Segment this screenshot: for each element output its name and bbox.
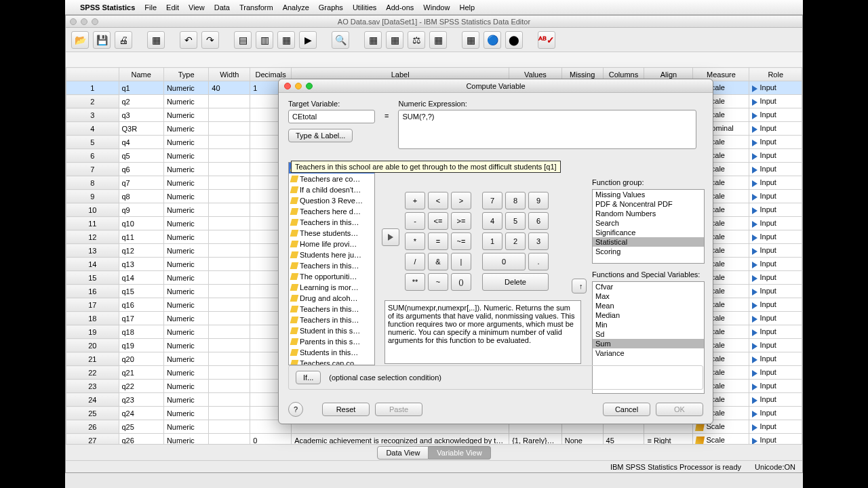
key-0[interactable]: 0 [482,253,526,270]
key-le[interactable]: <= [428,212,448,230]
key-plus[interactable]: + [405,192,425,209]
tab-variable-view[interactable]: Variable View [429,446,490,460]
list-item[interactable]: Teachers can co… [289,358,374,365]
select-icon[interactable]: ▦ [462,31,479,49]
insert-function-button[interactable]: ↑ [572,279,587,293]
list-item[interactable]: Search [593,218,704,228]
col-name[interactable]: Name [119,68,163,81]
key-delete[interactable]: Delete [482,273,549,291]
run-icon[interactable]: ▶ [299,31,317,49]
insert-var-icon[interactable]: ▦ [386,31,403,49]
key-8[interactable]: 8 [505,192,526,209]
list-item[interactable]: Teachers in this… [289,304,374,314]
goto-var-icon[interactable]: ▥ [256,31,273,49]
list-item[interactable]: Student in this s… [289,325,374,336]
list-item[interactable]: If a child doesn't… [289,184,374,195]
list-item[interactable]: Teachers in this… [289,260,374,271]
menu-edit[interactable]: Edit [166,3,179,12]
find-icon[interactable]: 🔍 [332,31,349,49]
menubar[interactable]: SPSS Statistics File Edit View Data Tran… [65,0,803,15]
key-7[interactable]: 7 [482,192,502,209]
menu-view[interactable]: View [189,3,205,12]
weight-icon[interactable]: ▦ [429,31,447,49]
menu-graphs[interactable]: Graphs [319,3,343,12]
app-name[interactable]: SPSS Statistics [80,3,135,12]
save-icon[interactable]: 💾 [93,31,111,49]
menu-utilities[interactable]: Utilities [353,3,376,12]
list-item[interactable]: Students here ju… [289,249,374,260]
use-sets-icon[interactable]: ⬤ [505,31,523,49]
list-item[interactable]: Max [593,291,704,301]
if-button[interactable]: If... [296,371,321,384]
undo-icon[interactable]: ↶ [180,31,197,49]
list-item[interactable]: Drug and alcoh… [289,293,374,304]
key-paren[interactable]: () [451,273,471,291]
menu-analyze[interactable]: Analyze [283,3,309,12]
recall-icon[interactable]: ▦ [147,31,165,49]
list-item[interactable]: Random Numbers [593,209,704,218]
list-item[interactable]: Cfvar [593,282,704,291]
list-item[interactable]: Question 3 Reve… [289,195,374,206]
list-item[interactable]: Sd [593,329,704,339]
key-pow[interactable]: ** [405,273,425,291]
dialog-zoom-icon[interactable] [306,83,313,89]
key-mul[interactable]: * [405,232,425,250]
value-labels-icon[interactable]: 🔵 [484,31,501,49]
print-icon[interactable]: 🖨 [115,31,132,49]
list-item[interactable]: Teachers here d… [289,206,374,217]
key-3[interactable]: 3 [528,232,549,250]
insert-case-icon[interactable]: ▦ [364,31,382,49]
list-item[interactable]: These students… [289,228,374,239]
key-gt[interactable]: > [451,192,471,209]
col-width[interactable]: Width [209,68,250,81]
list-item[interactable]: Missing Values [593,190,704,199]
key-pipe[interactable]: | [451,253,471,270]
key-div[interactable]: / [405,253,425,270]
key-amp[interactable]: & [428,253,448,270]
variables-icon[interactable]: ▦ [277,31,295,49]
list-item[interactable]: The opportuniti… [289,271,374,282]
type-label-button[interactable]: Type & Label... [288,129,353,142]
col-type[interactable]: Type [163,68,208,81]
list-item[interactable]: Statistical [593,237,704,247]
key-1[interactable]: 1 [482,232,502,250]
list-item[interactable]: Significance [593,228,704,237]
list-item[interactable]: Students in this… [289,347,374,358]
list-item[interactable]: Mean [593,301,704,310]
key-ge[interactable]: >= [451,212,471,230]
spellcheck-icon[interactable]: ᴬᴮ✓ [538,31,555,49]
help-button[interactable]: ? [288,402,303,417]
target-variable-input[interactable] [288,110,375,123]
menu-addons[interactable]: Add-ons [386,3,414,12]
list-item[interactable]: Learning is mor… [289,282,374,293]
key-9[interactable]: 9 [528,192,549,209]
dialog-minimize-icon[interactable] [295,83,302,89]
open-icon[interactable]: 📂 [71,31,89,49]
key-5[interactable]: 5 [505,212,526,230]
key-tilde[interactable]: ~ [428,273,448,291]
zoom-icon[interactable] [92,18,98,25]
menu-window[interactable]: Window [423,3,450,12]
list-item[interactable]: Sum [593,339,704,348]
list-item[interactable]: Scoring [593,247,704,256]
key-6[interactable]: 6 [528,212,549,230]
reset-button[interactable]: Reset [322,403,370,416]
menu-help[interactable]: Help [459,3,475,12]
key-4[interactable]: 4 [482,212,502,230]
goto-case-icon[interactable]: ▤ [234,31,252,49]
paste-button[interactable]: Paste [375,403,422,416]
tab-data-view[interactable]: Data View [377,446,429,460]
list-item[interactable]: Teachers in this… [289,217,374,228]
col-role[interactable]: Role [749,68,802,81]
list-item[interactable]: PDF & Noncentral PDF [593,199,704,209]
list-item[interactable]: Home life provi… [289,239,374,249]
list-item[interactable]: Min [593,320,704,329]
redo-icon[interactable]: ↷ [201,31,219,49]
minimize-icon[interactable] [81,18,87,25]
key-minus[interactable]: - [405,212,425,230]
table-row[interactable]: 27q26Numeric0Academic achievement is rec… [66,434,802,445]
list-item[interactable]: Median [593,310,704,320]
dialog-close-icon[interactable] [284,83,291,89]
menu-file[interactable]: File [144,3,157,12]
key-2[interactable]: 2 [505,232,526,250]
